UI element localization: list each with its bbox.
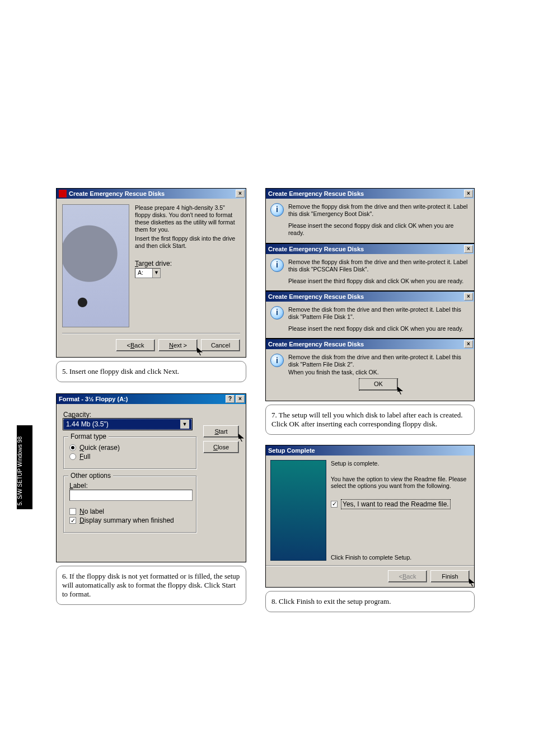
msg4-window: Create Emergency Rescue Disks × i Remove… xyxy=(265,339,475,401)
label-label: Label: xyxy=(69,482,190,490)
info-icon: i xyxy=(270,306,284,320)
msg1-title: Create Emergency Rescue Disks xyxy=(268,190,463,197)
messages-caption: 7. The setup will tell you which disk to… xyxy=(265,405,475,435)
chevron-down-icon[interactable]: ▼ xyxy=(180,420,189,429)
setup-line2: You have the option to view the Readme f… xyxy=(331,476,470,489)
finish-button[interactable]: Finish xyxy=(430,570,470,583)
format-caption: 6. If the floppy disk is not yet formatt… xyxy=(56,566,246,605)
wizard-window: Create Emergency Rescue Disks × Please p… xyxy=(56,188,246,358)
start-button[interactable]: Start xyxy=(203,425,239,438)
msg2-line1: Remove the floppy disk from the drive an… xyxy=(288,259,469,273)
setup-line1: Setup is complete. xyxy=(331,460,470,467)
label-input[interactable] xyxy=(69,490,193,501)
chevron-down-icon[interactable]: ▼ xyxy=(152,269,160,278)
back-button: < Back xyxy=(388,570,427,583)
setup-window: Setup Complete Setup is complete. You ha… xyxy=(265,445,475,588)
ok-button[interactable]: OK xyxy=(359,378,398,391)
target-drive-combo[interactable]: A: ▼ xyxy=(135,268,161,278)
msg4-title: Create Emergency Rescue Disks xyxy=(268,341,463,348)
back-button[interactable]: < Back xyxy=(116,339,155,351)
setup-image xyxy=(270,460,326,561)
cancel-button[interactable]: Cancel xyxy=(201,339,240,351)
capacity-label: Capacity: xyxy=(63,411,239,419)
radio-icon xyxy=(69,444,76,451)
close-button[interactable]: Close xyxy=(203,441,239,453)
msg3-line2: Please insert the next floppy disk and c… xyxy=(288,325,469,332)
setup-caption: 8. Click Finish to exit the setup progra… xyxy=(265,591,475,612)
format-type-legend: Format type xyxy=(68,433,109,440)
display-summary-checkbox[interactable]: Display summary when finished xyxy=(69,516,190,524)
wizard-title: Create Emergency Rescue Disks xyxy=(69,190,235,197)
close-icon[interactable]: × xyxy=(464,245,473,253)
msg4-line1: Remove the disk from the drive and then … xyxy=(288,354,469,368)
readme-checkbox[interactable]: Yes, I want to read the Readme file. xyxy=(331,499,470,509)
next-button[interactable]: Next > xyxy=(158,339,198,351)
readme-label: Yes, I want to read the Readme file. xyxy=(341,499,451,509)
msg3-line1: Remove the disk from the drive and then … xyxy=(288,306,469,321)
msg1-window: Create Emergency Rescue Disks × i Remove… xyxy=(265,188,475,243)
msg3-window: Create Emergency Rescue Disks × i Remove… xyxy=(265,291,475,339)
close-icon[interactable]: × xyxy=(236,395,245,403)
no-label-checkbox[interactable]: No label xyxy=(69,508,190,515)
info-icon: i xyxy=(270,259,284,272)
radio-icon xyxy=(69,453,76,460)
msg3-title: Create Emergency Rescue Disks xyxy=(268,293,463,300)
msg2-window: Create Emergency Rescue Disks × i Remove… xyxy=(265,243,475,291)
close-icon[interactable]: × xyxy=(236,190,245,198)
close-icon[interactable]: × xyxy=(464,293,473,300)
msg2-line2: Please insert the third floppy disk and … xyxy=(288,278,469,285)
wizard-icon xyxy=(59,190,67,198)
full-radio[interactable]: Full xyxy=(69,453,190,461)
info-icon: i xyxy=(270,354,284,367)
wizard-image xyxy=(62,204,129,327)
side-tab-label: 5. S/W SETUP Windows 98 xyxy=(17,436,32,505)
wizard-titlebar: Create Emergency Rescue Disks × xyxy=(57,189,246,199)
info-icon: i xyxy=(270,203,284,217)
wizard-caption: 5. Insert one floppy disk and click Next… xyxy=(56,361,246,382)
close-icon[interactable]: × xyxy=(464,340,473,348)
format-titlebar: Format - 3½ Floppy (A:) ? × xyxy=(57,394,246,404)
checkbox-icon xyxy=(69,508,76,515)
checkbox-icon xyxy=(69,517,76,524)
setup-title: Setup Complete xyxy=(268,447,473,454)
message-stack: Create Emergency Rescue Disks × i Remove… xyxy=(265,188,475,401)
capacity-value: 1.44 Mb (3.5") xyxy=(66,420,109,428)
msg4-line2: When you finish the task, click OK. xyxy=(288,369,469,376)
capacity-combo[interactable]: 1.44 Mb (3.5") ▼ xyxy=(63,419,192,430)
msg2-title: Create Emergency Rescue Disks xyxy=(268,246,463,252)
help-icon[interactable]: ? xyxy=(226,395,235,403)
close-icon[interactable]: × xyxy=(464,190,473,198)
other-options-legend: Other options xyxy=(68,472,113,480)
format-title: Format - 3½ Floppy (A:) xyxy=(59,396,224,402)
quick-erase-radio[interactable]: Quick (erase) xyxy=(69,444,190,452)
setup-line3: Click Finish to complete Setup. xyxy=(331,554,470,561)
msg1-line2: Please insert the second floppy disk and… xyxy=(288,222,469,237)
target-drive-value: A: xyxy=(138,269,152,276)
msg1-line1: Remove the floppy disk from the drive an… xyxy=(288,203,469,218)
checkbox-icon xyxy=(331,501,338,508)
format-window: Format - 3½ Floppy (A:) ? × Capacity: 1.… xyxy=(56,393,246,562)
